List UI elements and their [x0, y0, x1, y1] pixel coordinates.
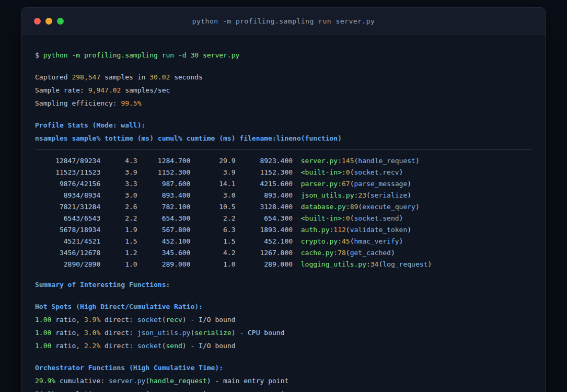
- blank-line: [35, 292, 532, 299]
- text-span: ): [407, 191, 411, 199]
- text-span: 2.2%: [84, 342, 100, 350]
- table-row: 5678/18934 1.9 567.800 6.3 1893.400 auth…: [35, 224, 532, 236]
- text-span: ): [182, 342, 187, 350]
- text-span: 12847/89234 4.3 1284.700 29.9 8923.400: [35, 157, 301, 165]
- text-span: json_utils.py: [137, 329, 191, 337]
- text-span: ): [415, 203, 420, 211]
- minimize-button[interactable]: [45, 18, 52, 25]
- text-span: crypto.py: [301, 237, 338, 245]
- text-span: (: [350, 168, 354, 176]
- captured-line: Captured 298,547 samples in 30.02 second…: [35, 72, 532, 83]
- text-span: parse_message: [354, 180, 408, 188]
- text-span: 1.00: [35, 329, 51, 337]
- text-span: ratio,: [51, 316, 84, 324]
- text-span: 1.00: [35, 316, 51, 324]
- table-divider: [35, 149, 532, 149]
- table-row: 9876/42156 3.3 987.600 14.1 4215.600 par…: [35, 178, 532, 190]
- text-span: samples/sec: [121, 86, 170, 94]
- table-row: 12847/89234 4.3 1284.700 29.9 8923.400 s…: [35, 155, 532, 167]
- text-span: - CPU bound: [236, 329, 285, 337]
- text-span: 99.5%: [121, 99, 141, 107]
- text-span: 8934/8934 3.0 893.400 3.0 893.400: [35, 191, 301, 199]
- desktop: { "window": { "title": "python -m profil…: [0, 0, 567, 392]
- text-span: log_request: [383, 260, 427, 268]
- text-span: 112: [333, 226, 345, 234]
- text-span: :: [346, 203, 350, 211]
- text-span: cumulative:: [55, 377, 109, 385]
- orchestrator-line: 29.9% cumulative: server.py(handle_reque…: [35, 375, 532, 387]
- blank-line: [35, 353, 532, 361]
- text-span: 4521/4521 1.5 452.100 1.5 452.100: [35, 237, 301, 245]
- text-span: serialize: [194, 329, 231, 337]
- text-span: :: [342, 214, 346, 222]
- table-row: 6543/6543 2.2 654.300 2.2 654.300 <built…: [35, 213, 532, 224]
- table-header: nsamples sample% tottime (ms) cumul% cum…: [35, 133, 532, 144]
- text-span: ): [182, 316, 187, 324]
- text-span: (: [358, 203, 362, 211]
- text-span: handle_request: [149, 377, 207, 385]
- text-span: 23: [358, 191, 366, 199]
- text-span: (: [346, 226, 350, 234]
- text-span: :: [366, 260, 371, 268]
- text-span: handle_request: [358, 157, 415, 165]
- text-span: 3456/12678 1.2 345.600 4.2 1267.800: [35, 249, 301, 257]
- table-row: 3456/12678 1.2 345.600 4.2 1267.800 cach…: [35, 247, 532, 259]
- hot-spot-line: 1.00 ratio, 2.2% direct: socket(send) - …: [35, 340, 532, 352]
- blank-line: [35, 111, 532, 118]
- text-span: ): [415, 157, 420, 165]
- text-span: 9876/42156 3.3 987.600 14.1 4215.600: [35, 180, 301, 188]
- close-button[interactable]: [34, 18, 41, 25]
- text-span: ): [232, 329, 236, 337]
- text-span: :: [333, 249, 338, 257]
- text-span: ): [207, 377, 211, 385]
- hot-spot-line: 1.00 ratio, 3.0% direct: json_utils.py(s…: [35, 327, 532, 339]
- text-span: ): [427, 260, 432, 268]
- text-span: 0: [346, 214, 350, 222]
- text-span: $: [35, 51, 43, 59]
- text-span: recv: [166, 316, 182, 324]
- text-span: cache.py: [301, 249, 334, 257]
- terminal-content[interactable]: $ python -m profiling.sampling run -d 30…: [21, 34, 546, 392]
- window-title: python -m profiling.sampling run server.…: [21, 17, 546, 25]
- text-span: <built-in>: [301, 214, 342, 222]
- text-span: ): [399, 237, 403, 245]
- text-span: execute_query: [362, 203, 415, 211]
- sample-rate-line: Sample rate: 9,947.02 samples/sec: [35, 85, 532, 96]
- text-span: Captured: [35, 73, 72, 81]
- text-span: validate_token: [350, 226, 408, 234]
- text-span: logging_utils.py: [301, 260, 366, 268]
- text-span: socket.recv: [354, 168, 399, 176]
- text-span: - I/O bound: [187, 316, 236, 324]
- text-span: cumulative:: [55, 390, 109, 392]
- text-span: direct:: [100, 329, 137, 337]
- text-span: parser.py: [301, 180, 338, 188]
- hot-spot-line: 1.00 ratio, 3.9% direct: socket(recv) - …: [35, 314, 532, 326]
- text-span: send: [166, 342, 182, 350]
- text-span: 3.9%: [84, 316, 100, 324]
- orchestrator-line: 14.1% cumulative: parser.py(parse_messag…: [35, 388, 532, 392]
- text-span: 78: [338, 249, 346, 257]
- text-span: Hot Spots (High Direct/Cumulative Ratio)…: [35, 303, 203, 310]
- text-span: ): [399, 168, 403, 176]
- text-span: 30.02: [149, 73, 170, 81]
- text-span: socket.send: [354, 214, 399, 222]
- text-span: 34: [371, 260, 379, 268]
- text-span: (: [350, 214, 354, 222]
- text-span: seconds: [170, 73, 203, 81]
- text-span: 1.00: [35, 342, 51, 350]
- maximize-button[interactable]: [57, 18, 64, 25]
- hot-spots-heading: Hot Spots (High Direct/Cumulative Ratio)…: [35, 301, 532, 313]
- text-span: parser.py: [109, 390, 145, 392]
- text-span: (: [350, 237, 354, 245]
- text-span: (: [366, 191, 371, 199]
- blank-line: [35, 63, 532, 70]
- text-span: 67: [342, 180, 350, 188]
- text-span: serialize: [371, 191, 407, 199]
- terminal-window: python -m profiling.sampling run server.…: [21, 7, 546, 392]
- text-span: ): [407, 180, 411, 188]
- text-span: :: [342, 168, 346, 176]
- blank-line: [35, 270, 532, 278]
- text-span: 7821/31284 2.6 782.100 10.5 3128.400: [35, 203, 301, 211]
- terminal-titlebar: python -m profiling.sampling run server.…: [21, 8, 546, 34]
- window-controls: [21, 18, 64, 25]
